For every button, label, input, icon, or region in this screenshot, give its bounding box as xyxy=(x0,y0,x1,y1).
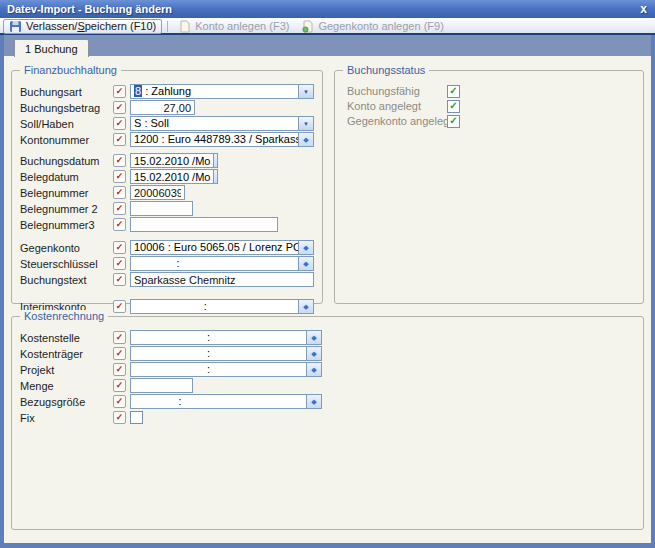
kostentraeger-value: : xyxy=(131,347,213,360)
spinner-icon[interactable]: ◆ xyxy=(306,363,321,376)
kostenstelle-label: Kostenstelle xyxy=(20,332,113,344)
belegnummer2-label: Belegnummer 2 xyxy=(20,203,113,215)
belegnummer3-edit-check-icon[interactable]: ✓ xyxy=(113,218,126,231)
buchungsart-label: Buchungsart xyxy=(20,86,113,98)
row-belegdatum: Belegdatum ✓ 15.02.2010 /Mo ◆ xyxy=(20,169,314,184)
close-icon[interactable]: x xyxy=(640,3,647,15)
belegnummer-label: Belegnummer xyxy=(20,187,113,199)
kontonummer-select[interactable]: 1200 : Euro 448789.33 / Sparkasse Chemni… xyxy=(130,132,314,147)
chevron-down-icon[interactable]: ▼ xyxy=(298,117,313,130)
steuerschluessel-label: Steuerschlüssel xyxy=(20,258,113,270)
belegdatum-edit-check-icon[interactable]: ✓ xyxy=(113,170,126,183)
bezugsgroesse-edit-check-icon[interactable]: ✓ xyxy=(113,395,126,408)
interimskonto-edit-check-icon[interactable]: ✓ xyxy=(113,300,126,313)
fix-label: Fix xyxy=(20,412,113,424)
buchungsbetrag-label: Buchungsbetrag xyxy=(20,102,113,114)
belegnummer2-input[interactable] xyxy=(130,201,193,216)
buchungsfaehig-label: Buchungsfähig xyxy=(347,85,447,97)
soll-haben-edit-check-icon[interactable]: ✓ xyxy=(113,117,126,130)
row-kontonummer: Kontonummer ✓ 1200 : Euro 448789.33 / Sp… xyxy=(20,132,314,147)
belegnummer2-edit-check-icon[interactable]: ✓ xyxy=(113,202,126,215)
buchungsbetrag-input[interactable] xyxy=(130,100,195,115)
buchungsbetrag-edit-check-icon[interactable]: ✓ xyxy=(113,101,126,114)
konto-anlegen-button: Konto anlegen (F3) xyxy=(173,20,294,33)
kontonummer-label: Kontonummer xyxy=(20,134,113,146)
buchungstext-input[interactable] xyxy=(130,272,314,287)
menge-input[interactable] xyxy=(130,378,193,393)
spinner-icon[interactable]: ◆ xyxy=(306,331,321,344)
window-title: Datev-Import - Buchung ändern xyxy=(7,3,172,15)
buchungsfaehig-checkbox[interactable]: ✓ xyxy=(447,85,460,98)
spinner-icon[interactable]: ◆ xyxy=(213,170,218,183)
verlassen-speichern-button[interactable]: Verlassen/Speichern (F10) xyxy=(3,19,162,34)
steuerschluessel-edit-check-icon[interactable]: ✓ xyxy=(113,257,126,270)
gegenkonto-anlegen-label: Gegenkonto anlegen (F9) xyxy=(318,20,443,32)
spinner-icon[interactable]: ◆ xyxy=(298,241,313,254)
tab-buchung[interactable]: 1 Buchung xyxy=(14,39,89,57)
buchungstext-label: Buchungstext xyxy=(20,274,113,286)
row-fix: Fix ✓ xyxy=(20,410,635,425)
group-buchungsstatus-label: Buchungsstatus xyxy=(343,64,429,77)
spinner-icon[interactable]: ◆ xyxy=(298,300,313,313)
tab-band: 1 Buchung xyxy=(4,35,651,56)
belegdatum-value: 15.02.2010 /Mo xyxy=(131,171,213,183)
interimskonto-select[interactable]: : ◆ xyxy=(130,299,314,314)
steuerschluessel-value: : xyxy=(131,257,183,270)
kostentraeger-select[interactable]: : ◆ xyxy=(130,346,322,361)
kostenstelle-select[interactable]: : ◆ xyxy=(130,330,322,345)
buchungsdatum-field[interactable]: 15.02.2010 /Mo ◆ xyxy=(130,153,218,168)
menge-edit-check-icon[interactable]: ✓ xyxy=(113,379,126,392)
row-buchungsdatum: Buchungsdatum ✓ 15.02.2010 /Mo ◆ xyxy=(20,153,314,168)
kontonummer-value: 1200 : Euro 448789.33 / Sparkasse Chemni… xyxy=(131,133,298,146)
new-gegenkonto-icon xyxy=(301,20,314,33)
steuerschluessel-select[interactable]: : ◆ xyxy=(130,256,314,271)
row-buchungsart: Buchungsart ✓ 8 : Zahlung ▼ xyxy=(20,84,314,99)
spinner-icon[interactable]: ◆ xyxy=(298,133,313,146)
row-menge: Menge ✓ xyxy=(20,378,635,393)
row-soll-haben: Soll/Haben ✓ S : Soll ▼ xyxy=(20,116,314,131)
group-buchungsstatus: Buchungsstatus Buchungsfähig ✓ Konto ang… xyxy=(334,70,644,304)
soll-haben-select[interactable]: S : Soll ▼ xyxy=(130,116,314,131)
spinner-icon[interactable]: ◆ xyxy=(306,347,321,360)
konto-angelegt-checkbox[interactable]: ✓ xyxy=(447,100,460,113)
fix-edit-check-icon[interactable]: ✓ xyxy=(113,411,126,424)
belegnummer3-input[interactable] xyxy=(130,217,278,232)
gegenkonto-select[interactable]: 10006 : Euro 5065.05 / Lorenz PC - Techn… xyxy=(130,240,314,255)
kostentraeger-label: Kostenträger xyxy=(20,348,113,360)
projekt-edit-check-icon[interactable]: ✓ xyxy=(113,363,126,376)
datev-import-window: Datev-Import - Buchung ändern x Verlasse… xyxy=(0,0,655,548)
projekt-label: Projekt xyxy=(20,364,113,376)
spinner-icon[interactable]: ◆ xyxy=(298,257,313,270)
gegenkonto-angelegt-label: Gegenkonto angelegt xyxy=(347,115,447,127)
bezugsgroesse-select[interactable]: : ◆ xyxy=(130,394,322,409)
soll-haben-value: S : Soll xyxy=(131,117,298,130)
row-buchungsfaehig: Buchungsfähig ✓ xyxy=(347,84,635,98)
belegnummer-edit-check-icon[interactable]: ✓ xyxy=(113,186,126,199)
buchungsart-select[interactable]: 8 : Zahlung ▼ xyxy=(130,84,314,99)
spinner-icon[interactable]: ◆ xyxy=(213,154,218,167)
kontonummer-edit-check-icon[interactable]: ✓ xyxy=(113,133,126,146)
spinner-icon[interactable]: ◆ xyxy=(306,395,321,408)
buchungstext-edit-check-icon[interactable]: ✓ xyxy=(113,273,126,286)
gegenkonto-edit-check-icon[interactable]: ✓ xyxy=(113,241,126,254)
buchungsart-edit-check-icon[interactable]: ✓ xyxy=(113,85,126,98)
row-belegnummer2: Belegnummer 2 ✓ xyxy=(20,201,314,216)
projekt-select[interactable]: : ◆ xyxy=(130,362,322,377)
gegenkonto-angelegt-checkbox[interactable]: ✓ xyxy=(447,115,460,128)
group-finanzbuchhaltung-label: Finanzbuchhaltung xyxy=(20,64,121,77)
client-frame: 1 Buchung Finanzbuchhaltung Buchungsart … xyxy=(0,35,655,548)
chevron-down-icon[interactable]: ▼ xyxy=(298,85,313,98)
belegdatum-label: Belegdatum xyxy=(20,171,113,183)
row-projekt: Projekt ✓ : ◆ xyxy=(20,362,635,377)
kostenstelle-edit-check-icon[interactable]: ✓ xyxy=(113,331,126,344)
row-buchungstext: Buchungstext ✓ xyxy=(20,272,314,287)
kostentraeger-edit-check-icon[interactable]: ✓ xyxy=(113,347,126,360)
belegnummer-input[interactable] xyxy=(130,185,185,200)
row-steuerschluessel: Steuerschlüssel ✓ : ◆ xyxy=(20,256,314,271)
toolbar: Verlassen/Speichern (F10) Konto anlegen … xyxy=(0,18,655,35)
fix-checkbox[interactable] xyxy=(130,411,143,424)
belegdatum-field[interactable]: 15.02.2010 /Mo ◆ xyxy=(130,169,218,184)
buchungsdatum-edit-check-icon[interactable]: ✓ xyxy=(113,154,126,167)
belegnummer3-label: Belegnummer3 xyxy=(20,219,113,231)
save-icon xyxy=(9,20,22,33)
